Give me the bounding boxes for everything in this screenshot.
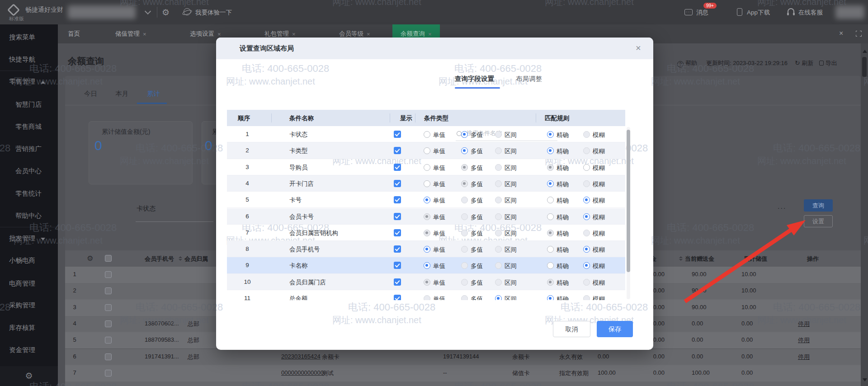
row-checkbox[interactable]: [105, 370, 112, 377]
sidebar-item-9[interactable]: 批发管理: [9, 234, 45, 243]
close-window-icon[interactable]: ×: [839, 29, 843, 38]
radio-fuzzy-label[interactable]: 模糊: [593, 262, 605, 270]
experience-link[interactable]: 我要体验一下: [195, 9, 232, 17]
tab-close-icon[interactable]: ×: [217, 31, 221, 38]
radio-single[interactable]: [424, 246, 430, 253]
sidebar-item-13[interactable]: 库存核算: [9, 324, 35, 332]
radio-multi[interactable]: [461, 180, 468, 187]
radio-single[interactable]: [424, 197, 430, 203]
cancel-button[interactable]: 取消: [553, 321, 590, 337]
radio-exact[interactable]: [547, 295, 554, 300]
radio-exact-label[interactable]: 精确: [557, 246, 569, 254]
scrollbar-thumb[interactable]: [862, 57, 867, 77]
messages-link[interactable]: 消息: [696, 9, 708, 17]
radio-exact-label[interactable]: 精确: [557, 295, 569, 300]
radio-fuzzy[interactable]: [583, 164, 590, 171]
tab-0[interactable]: 首页: [68, 24, 80, 43]
app-download-link[interactable]: App下载: [747, 9, 770, 17]
cell-op[interactable]: 停用: [798, 336, 810, 344]
row-checkbox[interactable]: [105, 337, 112, 344]
sidebar-item-3[interactable]: 智慧门店: [15, 100, 42, 109]
radio-exact[interactable]: [547, 131, 554, 138]
radio-single[interactable]: [424, 213, 430, 220]
dialog-scrollbar[interactable]: [627, 127, 630, 299]
tab-close-icon[interactable]: ×: [143, 31, 146, 38]
radio-single-label[interactable]: 单值: [433, 279, 445, 287]
radio-multi-label[interactable]: 多值: [471, 147, 483, 155]
filter-input-underline[interactable]: [136, 221, 213, 222]
help-link[interactable]: ?帮助: [677, 59, 697, 67]
radio-exact-label[interactable]: 精确: [557, 262, 569, 270]
radio-exact-label[interactable]: 精确: [557, 164, 569, 172]
period-tab-total[interactable]: 累计: [147, 89, 160, 98]
cell-card[interactable]: 202303165424: [281, 353, 321, 360]
row-checkbox[interactable]: [105, 271, 112, 278]
radio-single[interactable]: [424, 279, 430, 286]
export-link[interactable]: 导出: [819, 59, 837, 67]
scrollbar-thumb[interactable]: [627, 130, 630, 272]
radio-exact-label[interactable]: 精确: [557, 147, 569, 155]
radio-single[interactable]: [424, 164, 430, 171]
cell-op[interactable]: 停用: [798, 320, 810, 328]
fullscreen-icon[interactable]: [856, 31, 862, 37]
radio-single-label[interactable]: 单值: [433, 164, 445, 172]
select-all-checkbox[interactable]: [105, 255, 112, 262]
radio-single-label[interactable]: 单值: [433, 197, 445, 205]
row-checkbox[interactable]: [105, 304, 112, 311]
radio-fuzzy[interactable]: [583, 246, 590, 253]
show-checkbox[interactable]: [394, 213, 401, 220]
collapse-arrow-icon[interactable]: [41, 81, 45, 84]
radio-exact-label[interactable]: 精确: [557, 180, 569, 188]
radio-range-label[interactable]: 区间: [505, 295, 517, 300]
radio-exact[interactable]: [547, 262, 554, 269]
radio-fuzzy-label[interactable]: 模糊: [593, 164, 605, 172]
message-icon[interactable]: ···: [684, 9, 693, 15]
radio-single-label[interactable]: 单值: [433, 262, 445, 270]
radio-exact[interactable]: [547, 230, 554, 236]
show-checkbox[interactable]: [394, 196, 401, 203]
page-scrollbar[interactable]: [861, 43, 868, 386]
refresh-link[interactable]: ↻ 刷新: [795, 59, 813, 67]
radio-range[interactable]: [495, 295, 502, 300]
sort-icon[interactable]: [179, 256, 182, 261]
radio-exact[interactable]: [547, 197, 554, 203]
cell-card[interactable]: 0000000000000: [281, 369, 324, 376]
radio-exact-label[interactable]: 精确: [557, 131, 569, 139]
tab-close-icon[interactable]: ×: [428, 31, 432, 38]
sidebar-item-11[interactable]: 电商管理: [9, 279, 35, 288]
radio-exact[interactable]: [547, 180, 554, 187]
sidebar-item-7[interactable]: 零售统计: [15, 189, 42, 198]
sidebar-item-14[interactable]: 资金管理: [9, 346, 35, 354]
tab-close-icon[interactable]: ×: [367, 31, 370, 38]
radio-multi[interactable]: [461, 164, 468, 171]
chevron-down-icon[interactable]: [145, 8, 151, 14]
sidebar-item-12[interactable]: 采购管理: [9, 301, 35, 310]
radio-exact-label[interactable]: 精确: [557, 197, 569, 205]
sidebar-item-0[interactable]: 搜索菜单: [9, 33, 35, 42]
radio-exact-label[interactable]: 精确: [557, 213, 569, 221]
row-checkbox[interactable]: [105, 320, 112, 327]
radio-exact[interactable]: [547, 279, 554, 286]
close-icon[interactable]: ×: [636, 43, 641, 53]
show-checkbox[interactable]: [394, 147, 401, 154]
gear-icon[interactable]: ⚙: [162, 7, 170, 18]
radio-fuzzy-label[interactable]: 模糊: [593, 246, 605, 254]
show-checkbox[interactable]: [394, 164, 401, 171]
radio-single-label[interactable]: 单值: [433, 213, 445, 221]
radio-multi[interactable]: [461, 131, 468, 138]
radio-multi-label[interactable]: 多值: [471, 131, 483, 139]
show-checkbox[interactable]: [394, 245, 401, 253]
sidebar-item-4[interactable]: 零售商城: [15, 122, 42, 131]
tab-1[interactable]: 储值管理×: [115, 24, 146, 43]
radio-fuzzy[interactable]: [583, 213, 590, 220]
period-tab-month[interactable]: 本月: [115, 89, 128, 98]
cell-op[interactable]: 停用: [798, 353, 810, 361]
tab-layout-adjust[interactable]: 布局调整: [516, 75, 542, 83]
radio-exact-label[interactable]: 精确: [557, 279, 569, 287]
tab-query-fields[interactable]: 查询字段设置: [455, 75, 494, 83]
radio-single[interactable]: [424, 262, 430, 269]
show-checkbox[interactable]: [394, 229, 401, 236]
scroll-up-icon[interactable]: [863, 50, 867, 53]
radio-fuzzy[interactable]: [583, 197, 590, 203]
show-checkbox[interactable]: [394, 131, 401, 138]
